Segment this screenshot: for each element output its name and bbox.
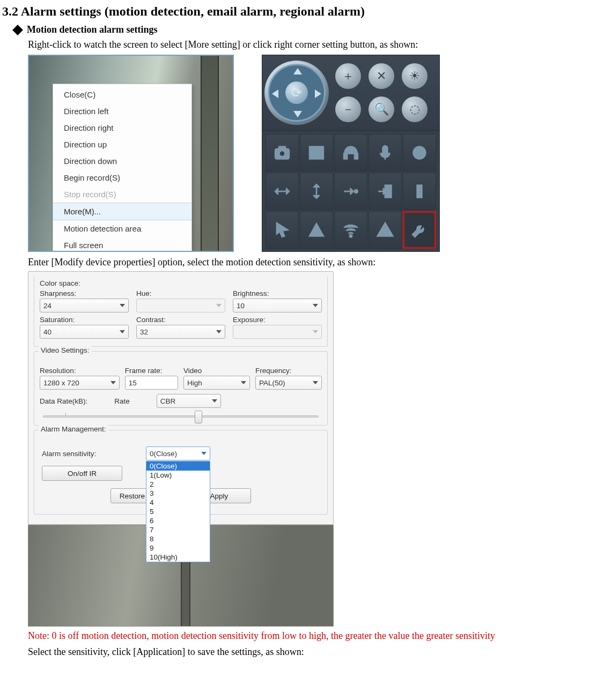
zoom-in-icon[interactable]: ＋ <box>335 63 361 89</box>
svg-rect-5 <box>344 154 347 159</box>
brightness-low-icon[interactable]: ◌ <box>402 96 428 122</box>
power-icon[interactable] <box>403 134 436 172</box>
cursor-icon[interactable] <box>266 211 299 249</box>
alarm-mgmt-legend: Alarm Management: <box>39 425 108 433</box>
svg-marker-17 <box>277 223 288 237</box>
alarm-option[interactable]: 4 <box>146 498 210 507</box>
control-panel-screenshot: ⟳ ＋✕☀－🔍◌ <box>262 55 440 252</box>
svg-rect-16 <box>417 185 422 198</box>
step-right-icon[interactable] <box>334 173 367 210</box>
ptz-right-icon[interactable] <box>315 90 321 98</box>
svg-rect-1 <box>279 147 285 150</box>
context-menu-item[interactable]: Direction right <box>53 120 191 136</box>
contrast-label: Contrast: <box>136 316 225 324</box>
alarm-sensitivity-dropdown[interactable]: 0(Close)1(Low)2345678910(High) <box>146 461 210 562</box>
hue-label: Hue: <box>136 289 225 297</box>
rate-label: Rate <box>114 397 130 405</box>
section-title: 3.2 Alarm settings (motion detection, em… <box>2 4 597 19</box>
bullet-heading: Motion detection alarm settings <box>27 24 157 35</box>
ptz-down-icon[interactable] <box>293 111 302 117</box>
video-label: Video <box>183 367 250 375</box>
alarm-option[interactable]: 2 <box>146 480 210 489</box>
alarm-option[interactable]: 1(Low) <box>146 471 210 480</box>
close-icon[interactable]: ✕ <box>368 63 394 89</box>
brightness-label: Brightness: <box>233 289 322 297</box>
data-rate-label: Data Rate(kB): <box>40 397 87 405</box>
warning-icon[interactable] <box>368 211 402 249</box>
camera-icon[interactable] <box>266 134 299 172</box>
video-settings-legend: Video Settings: <box>39 346 92 354</box>
slider-thumb[interactable] <box>195 411 202 423</box>
context-menu-item[interactable]: Begin record(S) <box>53 169 191 186</box>
svg-rect-3 <box>309 151 323 159</box>
context-menu-item[interactable]: Direction left <box>53 103 191 120</box>
wifi-icon[interactable] <box>334 211 367 249</box>
contrast-combo[interactable]: 32 <box>136 325 225 339</box>
alarm-sensitivity-combo[interactable]: 0(Close) <box>146 446 210 460</box>
clapper-icon[interactable] <box>300 134 333 172</box>
context-menu-screenshot: Close(C)Direction leftDirection rightDir… <box>28 55 234 252</box>
saturation-combo[interactable]: 40 <box>40 325 129 339</box>
diamond-bullet-icon <box>12 25 23 35</box>
video-combo[interactable]: High <box>183 376 250 390</box>
rate-combo[interactable]: CBR <box>157 394 221 408</box>
svg-marker-18 <box>309 224 323 236</box>
ptz-wheel[interactable]: ⟳ <box>264 61 329 125</box>
search-icon[interactable]: 🔍 <box>368 96 394 122</box>
frequency-label: Frequency: <box>255 367 322 375</box>
alarm-option[interactable]: 6 <box>146 516 210 525</box>
alarm-option[interactable]: 9 <box>146 543 210 553</box>
svg-marker-4 <box>309 147 323 150</box>
svg-rect-6 <box>355 154 358 159</box>
intro-line-1: Right-click to watch the screen to selec… <box>28 38 597 51</box>
color-space-label: Color space: <box>40 279 322 287</box>
context-menu-item[interactable]: Full screen <box>53 237 191 252</box>
frame-rate-input[interactable]: 15 <box>125 376 178 390</box>
onoff-ir-button[interactable]: On/off IR <box>42 466 122 481</box>
hue-combo <box>136 299 225 312</box>
exposure-combo <box>233 325 322 339</box>
note-text: Note: 0 is off motion detection, motion … <box>28 629 597 643</box>
ptz-up-icon[interactable] <box>293 68 302 75</box>
resolution-combo[interactable]: 1280 x 720 <box>40 376 120 390</box>
alarm-option[interactable]: 3 <box>146 489 210 498</box>
data-rate-slider[interactable] <box>43 415 319 418</box>
ptz-left-icon[interactable] <box>272 90 278 98</box>
frame-rate-label: Frame rate: <box>125 367 178 375</box>
resolution-label: Resolution: <box>40 367 120 375</box>
context-menu: Close(C)Direction leftDirection rightDir… <box>53 84 192 252</box>
frequency-combo[interactable]: PAL(50) <box>255 376 322 390</box>
svg-point-19 <box>350 235 352 237</box>
alarm-option[interactable]: 0(Close) <box>146 461 210 471</box>
mic-icon[interactable] <box>368 134 402 172</box>
wrench-icon[interactable] <box>403 211 436 249</box>
context-menu-item[interactable]: Stop record(S) <box>53 186 191 203</box>
context-menu-item[interactable]: Direction up <box>53 136 191 153</box>
context-menu-item[interactable]: Direction down <box>53 153 191 169</box>
intro-line-2: Enter [Modify device properties] option,… <box>28 255 597 269</box>
v-arrows-icon[interactable] <box>300 173 333 210</box>
exposure-label: Exposure: <box>233 316 322 324</box>
context-menu-item[interactable]: Motion detection area <box>53 220 191 237</box>
context-menu-item[interactable]: More(M)... <box>53 203 191 220</box>
context-menu-item[interactable]: Close(C) <box>53 86 191 103</box>
alarm-option[interactable]: 8 <box>146 534 210 543</box>
alarm-option[interactable]: 7 <box>146 525 210 534</box>
headphones-icon[interactable] <box>334 134 367 172</box>
alarm-option[interactable]: 10(High) <box>146 553 210 562</box>
saturation-label: Saturation: <box>40 316 129 324</box>
sharpness-label: Sharpness: <box>40 289 129 297</box>
sharpness-combo[interactable]: 24 <box>40 299 129 312</box>
brightness-combo[interactable]: 10 <box>233 299 322 312</box>
login-icon[interactable] <box>368 173 402 210</box>
svg-point-22 <box>385 233 386 235</box>
bar-icon[interactable] <box>403 173 436 210</box>
brightness-high-icon[interactable]: ☀ <box>402 63 428 89</box>
intro-line-3: Select the sensitivity, click [Applicati… <box>28 645 597 659</box>
device-properties-screenshot: Color space: Sharpness: 24 Hue: Brightne… <box>28 271 334 627</box>
ptz-refresh-icon[interactable]: ⟳ <box>285 81 308 104</box>
zoom-out-icon[interactable]: － <box>335 96 361 122</box>
triangle-icon[interactable] <box>300 211 333 249</box>
h-arrows-icon[interactable] <box>266 173 299 210</box>
alarm-option[interactable]: 5 <box>146 507 210 516</box>
